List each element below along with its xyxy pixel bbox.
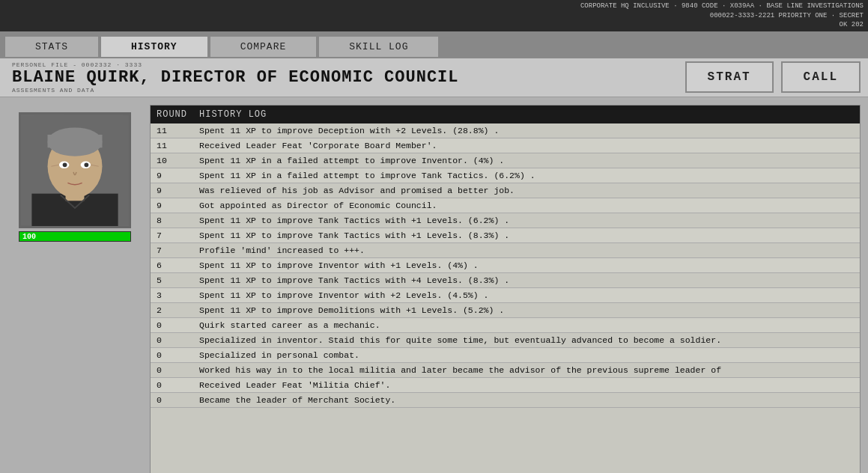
table-cell-round: 9 [151,183,193,198]
table-row: 0Became the leader of Merchant Society. [151,392,860,407]
table-cell-round: 0 [151,392,193,407]
table-row: 7Profile 'mind' increased to +++. [151,242,860,257]
personnel-info: PERSONEL FILE - 0002332 · 3333 Blaine Qu… [12,61,459,94]
table-row: 3Spent 11 XP to improve Inventor with +2… [151,287,860,302]
call-button[interactable]: CALL [781,61,861,93]
table-row: 2Spent 11 XP to improve Demolitions with… [151,302,860,317]
table-cell-log: Spent 11 XP to improve Tank Tactics with… [193,272,860,287]
code-info: 000022-3333-2221 PRIORITY ONE · SECRET [710,12,864,19]
table-cell-log: Was relieved of his job as Advisor and p… [193,183,860,198]
table-cell-log: Spent 11 XP in a failed attempt to impro… [193,168,860,183]
main-content: 100 ROUND HISTORY LOG 11Spent 11 XP to i… [0,97,868,473]
table-cell-log: Spent 11 XP to improve Demolitions with … [193,302,860,317]
table-row: 9Was relieved of his job as Advisor and … [151,183,860,198]
top-header: CORPORATE HQ INCLUSIVE · 9840 CODE · X03… [0,0,868,31]
table-cell-round: 7 [151,242,193,257]
table-cell-round: 6 [151,257,193,272]
table-row: 10Spent 11 XP in a failed attempt to imp… [151,153,860,168]
personnel-file-label: PERSONEL FILE - 0002332 · 3333 [12,61,459,68]
table-cell-round: 9 [151,168,193,183]
table-cell-log: Received Leader Feat 'Corporate Board Me… [193,138,860,153]
table-cell-log: Spent 11 XP to improve Deception with +2… [193,123,860,138]
tab-history[interactable]: History [100,36,208,57]
svg-rect-6 [48,135,103,147]
table-row: 0Worked his way in to the local militia … [151,362,860,377]
table-row: 0Specialized in inventor. Staid this for… [151,332,860,347]
table-cell-round: 9 [151,198,193,213]
table-cell-round: 0 [151,317,193,332]
svg-point-10 [84,162,88,167]
history-table: ROUND HISTORY LOG 11Spent 11 XP to impro… [151,106,860,408]
table-cell-log: Got appointed as Director of Economic Co… [193,198,860,213]
tab-stats[interactable]: Stats [4,36,99,57]
table-row: 11Received Leader Feat 'Corporate Board … [151,138,860,153]
ok-info: OK 202 [840,21,864,28]
table-row: 0Specialized in personal combat. [151,347,860,362]
table-row: 7Spent 11 XP to improve Tank Tactics wit… [151,228,860,242]
table-cell-log: Spent 11 XP in a failed attempt to impro… [193,153,860,168]
table-row: 9Spent 11 XP in a failed attempt to impr… [151,168,860,183]
table-row: 5Spent 11 XP to improve Tank Tactics wit… [151,272,860,287]
table-cell-round: 5 [151,272,193,287]
table-cell-round: 2 [151,302,193,317]
table-cell-round: 0 [151,347,193,362]
corp-info: CORPORATE HQ INCLUSIVE · 9840 CODE · X03… [580,2,864,10]
table-cell-log: Spent 11 XP to improve Inventor with +1 … [193,257,860,272]
table-cell-round: 10 [151,153,193,168]
table-row: 8Spent 11 XP to improve Tank Tactics wit… [151,213,860,228]
table-row: 6Spent 11 XP to improve Inventor with +1… [151,257,860,272]
tab-skill-log[interactable]: Skill Log [318,36,439,57]
health-label: 100 [22,232,36,242]
table-cell-log: Specialized in personal combat. [193,347,860,362]
table-cell-log: Received Leader Feat 'Militia Chief'. [193,377,860,392]
health-bar: 100 [19,231,131,242]
tab-bar: Stats History Compare Skill Log [0,31,868,57]
table-cell-log: Spent 11 XP to improve Inventor with +2 … [193,287,860,302]
portrait-image [21,115,129,226]
table-cell-log: Quirk started career as a mechanic. [193,317,860,332]
table-header-row: ROUND HISTORY LOG [151,106,860,123]
table-cell-round: 11 [151,138,193,153]
col-header-round: ROUND [151,106,193,123]
table-cell-round: 7 [151,228,193,242]
history-table-body: 11Spent 11 XP to improve Deception with … [151,123,860,408]
table-cell-log: Specialized in inventor. Staid this for … [193,332,860,347]
table-cell-round: 3 [151,287,193,302]
portrait-area: 100 [7,105,142,473]
table-cell-round: 8 [151,213,193,228]
table-row: 0Received Leader Feat 'Militia Chief'. [151,377,860,392]
table-cell-log: Spent 11 XP to improve Tank Tactics with… [193,213,860,228]
table-cell-log: Spent 11 XP to improve Tank Tactics with… [193,228,860,242]
personnel-bar: PERSONEL FILE - 0002332 · 3333 Blaine Qu… [0,57,868,97]
history-table-container: ROUND HISTORY LOG 11Spent 11 XP to impro… [150,105,861,473]
table-cell-round: 0 [151,362,193,377]
personnel-name: Blaine Quirk, Director of Economic Counc… [12,68,459,87]
col-header-log: HISTORY LOG [193,106,860,123]
table-row: 11Spent 11 XP to improve Deception with … [151,123,860,138]
table-cell-log: Profile 'mind' increased to +++. [193,242,860,257]
table-cell-log: Worked his way in to the local militia a… [193,362,860,377]
svg-point-9 [63,162,67,167]
assessments-label: ASSESMENTS AND DATA [12,87,459,94]
table-cell-round: 0 [151,332,193,347]
table-cell-round: 11 [151,123,193,138]
health-bar-fill [19,232,130,241]
strat-button[interactable]: STRAT [685,61,774,93]
table-cell-log: Became the leader of Merchant Society. [193,392,860,407]
table-row: 0Quirk started career as a mechanic. [151,317,860,332]
table-cell-round: 0 [151,377,193,392]
portrait-frame [19,112,131,228]
table-row: 9Got appointed as Director of Economic C… [151,198,860,213]
action-buttons: STRAT CALL [685,61,861,93]
tab-compare[interactable]: Compare [210,36,318,57]
